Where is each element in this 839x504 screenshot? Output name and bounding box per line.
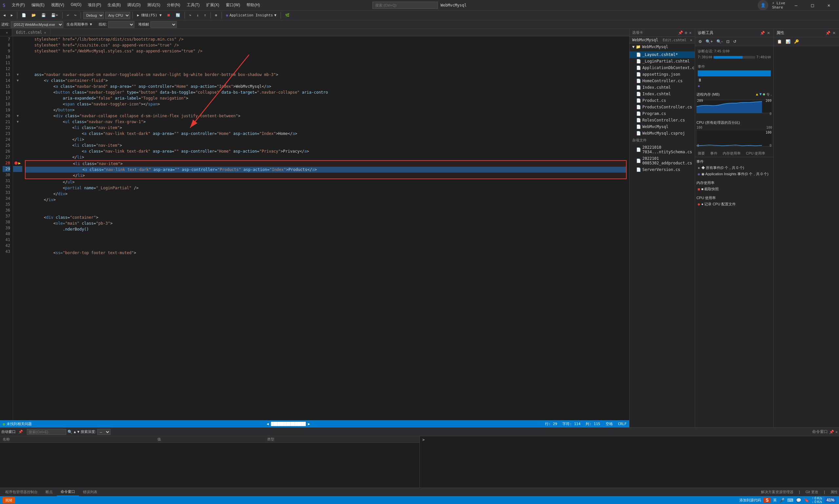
user-avatar[interactable]: 👤 bbox=[758, 0, 768, 11]
gear-btn[interactable]: ⚙ bbox=[684, 31, 688, 35]
diag-zoom-out-btn[interactable]: 🔍- bbox=[715, 39, 724, 44]
debug-mode-select[interactable]: Debug bbox=[83, 12, 104, 19]
code-lines[interactable]: stylesheet" href="/lib/bootstrap/dist/cs… bbox=[22, 36, 629, 420]
diag-tab-events[interactable]: 事件 bbox=[707, 150, 720, 157]
tree-file-webmvcmysql[interactable]: 📄 WebMvcMysql bbox=[630, 124, 695, 130]
diag-tab-cpu[interactable]: CPU 使用率 bbox=[743, 150, 768, 157]
tree-file-homecontroller[interactable]: 📄 HomeController.cs bbox=[630, 78, 695, 84]
search-icon[interactable]: 🔍 bbox=[68, 430, 72, 434]
auto-window-tab[interactable]: 📌 bbox=[18, 430, 23, 434]
tree-folder-webmvcmysql[interactable]: ▼ 📁 WebMvcMysql bbox=[630, 43, 695, 50]
git-btn[interactable]: 🌿 bbox=[283, 13, 292, 18]
menu-help[interactable]: 帮助(H) bbox=[244, 1, 263, 9]
tree-file-csproj[interactable]: 📄 WebMvcMysql.csproj bbox=[630, 130, 695, 137]
diag-refresh-btn[interactable]: ↺ bbox=[732, 39, 738, 44]
tree-file-layout[interactable]: 📄 _Layout.cshtml* bbox=[630, 51, 695, 58]
search-up-btn[interactable]: ▲ bbox=[74, 430, 76, 434]
step-into-btn[interactable]: ↓ bbox=[195, 13, 201, 18]
props-close-btn[interactable]: ✕ bbox=[832, 31, 836, 35]
record-cpu-row[interactable]: ● ● 记录 CPU 配置文件 bbox=[696, 201, 772, 207]
edit-cshtml-tab[interactable]: Edit.cshtml ✕ bbox=[663, 38, 692, 42]
menu-view[interactable]: 视图(V) bbox=[49, 1, 67, 9]
tree-file-productscontroller[interactable]: 📄 ProductsController.cs bbox=[630, 104, 695, 110]
maximize-button[interactable]: □ bbox=[805, 0, 820, 11]
tab-edit-close-icon[interactable]: ✕ bbox=[44, 31, 46, 34]
breakpoints-btn[interactable]: ⊕ bbox=[213, 13, 219, 18]
bookmark-icon[interactable]: 🔖 bbox=[804, 498, 809, 503]
continue-btn[interactable]: ▶ 继续(F5) ▼ bbox=[135, 12, 163, 18]
close-open-file[interactable]: ✕ bbox=[690, 38, 692, 42]
new-file-btn[interactable]: 📄 bbox=[20, 13, 28, 18]
diag-tab-memory[interactable]: 内存使用率 bbox=[720, 150, 743, 157]
search-input[interactable] bbox=[372, 2, 438, 9]
pause-btn[interactable]: ⏸ bbox=[698, 78, 702, 83]
tree-file-loginpartial[interactable]: 📄 _LoginPartial.cshtml bbox=[630, 58, 695, 65]
properties-link[interactable]: 属性 bbox=[831, 490, 838, 494]
step-out-btn[interactable]: ↑ bbox=[202, 13, 208, 18]
tree-file-program[interactable]: 📄 Program.cs bbox=[630, 110, 695, 117]
pin-btn[interactable]: 📌 bbox=[678, 31, 684, 35]
tree-file-appsettings[interactable]: 📄 appsettings.json bbox=[630, 71, 695, 78]
save-btn[interactable]: 💾 bbox=[39, 13, 48, 18]
process-select[interactable]: [2012] WebMvcMysql.exe bbox=[11, 21, 63, 28]
step-over-btn[interactable]: ↷ bbox=[187, 13, 193, 18]
forward-btn[interactable]: ▶ bbox=[9, 13, 15, 18]
menu-debug[interactable]: 调试(D) bbox=[124, 1, 143, 9]
menu-file[interactable]: 文件(F) bbox=[9, 1, 27, 9]
restart-btn[interactable]: 🔄 bbox=[174, 13, 182, 18]
tree-file-appdbcontext[interactable]: 📄 ApplicationDbContext.cs bbox=[630, 65, 695, 71]
menu-analyze[interactable]: 分析(N) bbox=[164, 1, 183, 9]
lifecycle-btn[interactable]: 生命周期事件 ▼ bbox=[65, 21, 95, 28]
tree-file-indexcshtml2[interactable]: 📄 Index.cshtml bbox=[630, 91, 695, 97]
tab-close-icon[interactable]: ✕ bbox=[6, 31, 8, 34]
open-file-btn[interactable]: 📂 bbox=[30, 13, 38, 18]
close-button[interactable]: ✕ bbox=[821, 0, 836, 11]
tab-breakpoints[interactable]: 断点 bbox=[41, 488, 57, 496]
search-down-btn[interactable]: ▼ bbox=[77, 430, 80, 434]
tree-misc-2[interactable]: 📄 2022101 0085302_addproduct.cs bbox=[630, 155, 695, 166]
platform-select[interactable]: Any CPU bbox=[105, 12, 130, 19]
diag-close-btn[interactable]: ✕ bbox=[766, 31, 771, 35]
app-insights-btn[interactable]: ◉ Application Insights ▼ bbox=[224, 13, 279, 18]
diag-zoom-in-btn[interactable]: 🔍+ bbox=[704, 39, 714, 44]
close-panel-btn[interactable]: ✕ bbox=[688, 31, 692, 35]
menu-edit[interactable]: 编辑(E) bbox=[29, 1, 47, 9]
props-view1-btn[interactable]: 📋 bbox=[776, 39, 783, 44]
tab-package-manager[interactable]: 程序包管理器控制台 bbox=[1, 488, 41, 496]
props-view2-btn[interactable]: 📊 bbox=[784, 39, 792, 44]
tree-file-product[interactable]: 📄 Product.cs bbox=[630, 97, 695, 104]
tab-edit-cshtml[interactable]: Edit.cshtml ✕ bbox=[12, 29, 51, 36]
diag-fit-btn[interactable]: ⊡ bbox=[725, 39, 731, 44]
auto-search-input[interactable] bbox=[27, 429, 66, 435]
menu-extensions[interactable]: 扩展(X) bbox=[204, 1, 222, 9]
solution-explorer-link[interactable]: 解决方案资源管理器 bbox=[761, 490, 793, 494]
diag-settings-btn[interactable]: ⚙ bbox=[697, 39, 703, 44]
props-view3-btn[interactable]: 🔑 bbox=[793, 39, 800, 44]
tree-misc-3[interactable]: 📄 ServerVersion.cs bbox=[630, 166, 695, 173]
breakpoint-28[interactable] bbox=[14, 161, 18, 165]
auto-close-btn[interactable]: ✕ bbox=[835, 430, 838, 434]
menu-build[interactable]: 生成(B) bbox=[105, 1, 123, 9]
tree-file-indexcshtml1[interactable]: 📄 Index.cshtml bbox=[630, 84, 695, 91]
auto-pin-btn2[interactable]: 📌 bbox=[829, 430, 834, 434]
stop-btn[interactable]: ⏹ bbox=[165, 13, 172, 18]
save-all-btn[interactable]: 💾+ bbox=[49, 13, 60, 18]
menu-test[interactable]: 测试(S) bbox=[144, 1, 163, 9]
menu-git[interactable]: Git(G) bbox=[68, 1, 84, 9]
chat-icon[interactable]: 💬 bbox=[796, 498, 801, 503]
stack-select[interactable] bbox=[151, 21, 177, 28]
diag-pin-btn[interactable]: 📌 bbox=[759, 31, 766, 35]
tree-file-rolescontroller[interactable]: 📄 RolesController.cs bbox=[630, 117, 695, 124]
tab-error-list[interactable]: 错误列表 bbox=[79, 488, 101, 496]
take-snapshot-row[interactable]: ■ ■ 截取快照 bbox=[696, 186, 772, 192]
source-icon[interactable]: S bbox=[764, 498, 770, 503]
menu-project[interactable]: 项目(P) bbox=[85, 1, 104, 9]
search-depth-select[interactable]: -- bbox=[97, 429, 110, 435]
tree-misc-1[interactable]: 📄 20221010 7034...ntitySchema.cs bbox=[630, 144, 695, 155]
redo-btn[interactable]: ↪ bbox=[72, 13, 78, 18]
keyboard-icon[interactable]: ⌨ bbox=[787, 498, 793, 503]
mic-icon[interactable]: 🎤 bbox=[779, 498, 785, 503]
back-btn[interactable]: ◀ bbox=[1, 13, 7, 18]
diag-tab-summary[interactable]: 摘要 bbox=[695, 150, 707, 157]
undo-btn[interactable]: ↩ bbox=[65, 13, 71, 18]
